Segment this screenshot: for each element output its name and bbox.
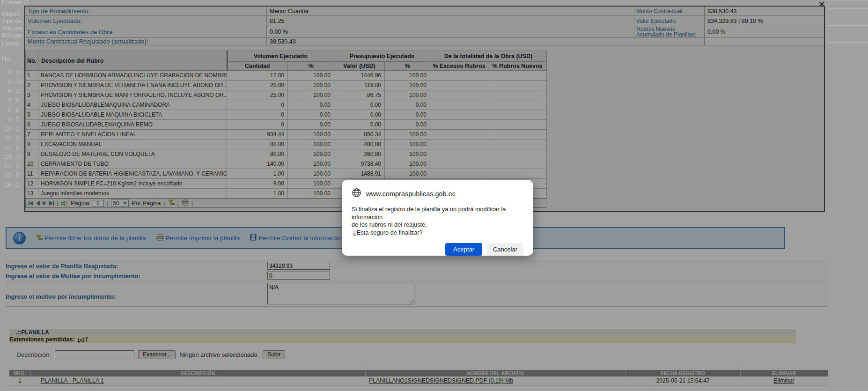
ghost-row: 4JU [1,69,22,76]
ghost-label: Objeto [2,10,20,17]
ghost-row-text: E [15,107,19,113]
ghost-row: 16C [1,182,20,188]
ghost-row-number: 7 [1,97,11,104]
ghost-label: Tipo de [2,17,22,24]
ghost-row: 11R [1,135,20,141]
ghost-row: 8E [1,107,19,113]
ghost-row-text: C [15,125,20,132]
ghost-row-text: C [15,182,20,188]
dialog-message-line1: Si finaliza el registro de la planilla y… [352,206,506,221]
ghost-row: 6JU [1,88,22,95]
ghost-label: No. [2,55,11,62]
accept-button[interactable]: Aceptar [445,243,482,256]
ghost-row-number: 16 [1,182,11,188]
ghost-row: 15P [1,172,19,179]
dialog-question: ¿Esta seguro de finalizar? [352,229,523,237]
ghost-row: 9D [1,116,20,123]
ghost-row-number: 8 [1,107,11,113]
ghost-row-text: R [15,97,20,104]
dialog-header: www.compraspublicas.gob.ec [352,188,523,199]
globe-icon [352,188,361,199]
ghost-row-text: P [15,172,19,179]
ghost-row-number: 5 [1,79,11,85]
ghost-row-text: Ju [15,154,22,160]
dialog-buttons: Aceptar Cancelar [352,243,523,256]
ghost-row-number: 10 [1,125,11,132]
dialog-message: Si finaliza el registro de la planilla y… [352,206,523,236]
ghost-row-text: R [15,163,20,170]
ghost-row: 14R [1,163,20,170]
dialog-origin: www.compraspublicas.gob.ec [366,190,456,198]
ghost-label: Búsque [2,32,22,39]
ghost-row-number: 13 [1,154,11,160]
ghost-row: 13Ju [1,154,22,160]
ghost-row-text: JU [15,79,22,85]
ghost-row-number: 11 [1,135,11,141]
ghost-row: 5JU [1,79,22,85]
ghost-label: Listad [2,40,18,47]
ghost-row-text: JU [15,88,22,95]
ghost-row: 12H [1,144,20,151]
dialog-message-line2: de los rubros ni del reajuste. [352,221,427,228]
cancel-button[interactable]: Cancelar [487,243,523,256]
ghost-row-number: 4 [1,69,11,76]
ghost-label: Volume [2,25,22,32]
ghost-row-number: 15 [1,172,11,179]
ghost-row-number: 14 [1,163,11,170]
ghost-row: 7R [1,97,20,104]
ghost-row-number: 6 [1,88,11,95]
ghost-row-text: JU [15,69,22,76]
ghost-row-text: R [15,135,20,141]
ghost-row-text: H [15,144,20,151]
ghost-row-text: D [15,116,20,123]
ghost-row-number: 9 [1,116,11,123]
background-table-lines [827,0,868,45]
ghost-row-number: 12 [1,144,11,151]
confirm-dialog: www.compraspublicas.gob.ec Si finaliza e… [342,180,533,256]
ghost-label: Entidad C [2,0,29,6]
ghost-row: 10C [1,125,20,132]
